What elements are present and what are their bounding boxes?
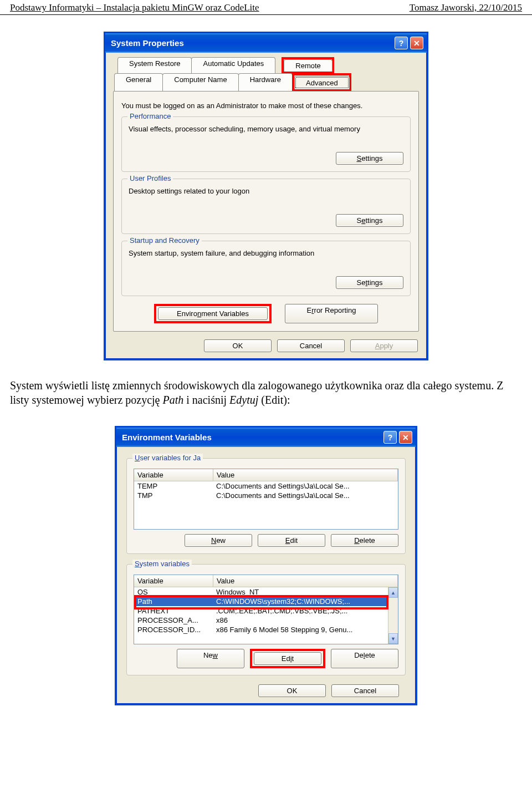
close-icon[interactable]: ✕ [399,431,412,444]
environment-variables-dialog: Environment Variables ? ✕ User variables… [115,426,417,705]
edit-word: Edytuj [229,394,258,406]
scroll-down-icon[interactable]: ▼ [388,633,398,644]
group-title-user-profiles: User Profiles [127,174,173,182]
group-performance: Performance Visual effects, processor sc… [121,116,411,172]
highlight-edit-button: Edit [250,649,325,668]
highlight-advanced-tab: Advanced [292,73,351,91]
list-item-selected-path[interactable]: Path C:\WINDOWS\system32;C:\WINDOWS;... [134,597,398,606]
dialog-footer-buttons: OK Cancel Apply [111,339,421,352]
highlight-remote-advanced: Remote [282,57,334,74]
system-variables-list[interactable]: Variable Value OS Windows_NT Path C:\WIN… [134,575,398,644]
apply-button[interactable]: Apply [350,339,418,352]
list-item[interactable]: OS Windows_NT [134,587,398,597]
user-edit-button[interactable]: Edit [258,534,325,547]
tab-automatic-updates[interactable]: Automatic Updates [191,57,275,74]
page-header: Podstawy Informatyki – Instalacja pakiet… [0,0,532,15]
tab-advanced[interactable]: Advanced [294,76,350,89]
group-title-sys-vars: System variables [132,560,192,568]
tabs-row-2: General Computer Name Hardware Advanced [114,73,421,91]
list-item[interactable]: PATHEXT .COM;.EXE;.BAT;.CMD;.VBS;.VBE;.J… [134,606,398,616]
group-user-variables: User variables for Ja Variable Value TEM… [126,458,406,554]
ok-button[interactable]: OK [258,684,326,697]
group-title-user-vars: User variables for Ja [132,454,203,462]
path-word: Path [163,394,184,406]
instruction-paragraph: System wyświetli listę zmiennych środowi… [10,378,522,407]
tab-remote[interactable]: Remote [284,59,332,72]
cancel-button[interactable]: Cancel [277,339,345,352]
page-header-right: Tomasz Jaworski, 22/10/2015 [410,2,522,13]
list-item[interactable]: TMP C:\Documents and Settings\Ja\Local S… [134,491,398,500]
tab-panel-advanced: You must be logged on as an Administrato… [113,91,419,332]
group-user-profiles: User Profiles Desktop settings related t… [121,179,411,234]
list-item[interactable]: TEMP C:\Documents and Settings\Ja\Local … [134,481,398,491]
page-header-left: Podstawy Informatyki – Instalacja pakiet… [10,2,259,13]
close-icon[interactable]: ✕ [410,37,423,49]
tab-system-restore[interactable]: System Restore [117,57,192,74]
ok-button[interactable]: OK [204,339,272,352]
startup-recovery-desc: System startup, system failure, and debu… [129,249,403,257]
cancel-button[interactable]: Cancel [331,684,399,697]
list-item[interactable]: PROCESSOR_ID... x86 Family 6 Model 58 St… [134,625,398,634]
list-item[interactable]: PROCESSOR_A... x86 [134,616,398,625]
col-value[interactable]: Value [213,469,398,481]
startup-recovery-settings-button[interactable]: Settings [336,276,403,289]
tabs-row-1: System Restore Automatic Updates Remote [117,57,421,74]
dialog-footer-buttons: OK Cancel [126,679,406,698]
system-properties-dialog: System Properties ? ✕ System Restore Aut… [104,32,428,360]
scrollbar[interactable]: ▲ ▼ [388,587,398,644]
performance-settings-button[interactable]: Settings [336,152,403,165]
help-icon[interactable]: ? [395,37,408,49]
sys-new-button[interactable]: New [177,649,244,668]
titlebar: Environment Variables ? ✕ [116,428,416,447]
tab-computer-name[interactable]: Computer Name [162,73,238,91]
group-title-performance: Performance [127,112,173,120]
group-title-startup-recovery: Startup and Recovery [127,236,202,245]
sys-delete-button[interactable]: Delete [331,649,398,668]
col-variable[interactable]: Variable [134,469,213,481]
group-system-variables: System variables Variable Value OS Windo… [126,564,406,675]
dialog-title: Environment Variables [122,433,212,442]
admin-note: You must be logged on as an Administrato… [121,101,411,110]
list-header: Variable Value [134,469,398,481]
scroll-up-icon[interactable]: ▲ [388,587,398,598]
user-profiles-settings-button[interactable]: Settings [336,214,403,227]
tab-hardware[interactable]: Hardware [238,73,293,91]
user-new-button[interactable]: New [185,534,252,547]
error-reporting-button[interactable]: Error Reporting [285,304,378,323]
user-variables-list[interactable]: Variable Value TEMP C:\Documents and Set… [134,469,398,530]
performance-desc: Visual effects, processor scheduling, me… [129,125,403,133]
environment-variables-button[interactable]: Environment Variables [158,307,268,320]
user-delete-button[interactable]: Delete [331,534,398,547]
col-value[interactable]: Value [213,575,398,587]
group-startup-recovery: Startup and Recovery System startup, sys… [121,241,411,296]
list-header: Variable Value [134,575,398,587]
dialog-title: System Properties [111,38,184,48]
tab-general[interactable]: General [114,73,163,91]
sys-edit-button[interactable]: Edit [254,652,321,665]
col-variable[interactable]: Variable [134,575,213,587]
help-icon[interactable]: ? [383,431,397,444]
user-profiles-desc: Desktop settings related to your logon [129,187,403,195]
highlight-env-vars: Environment Variables [154,304,272,323]
titlebar: System Properties ? ✕ [105,33,427,53]
